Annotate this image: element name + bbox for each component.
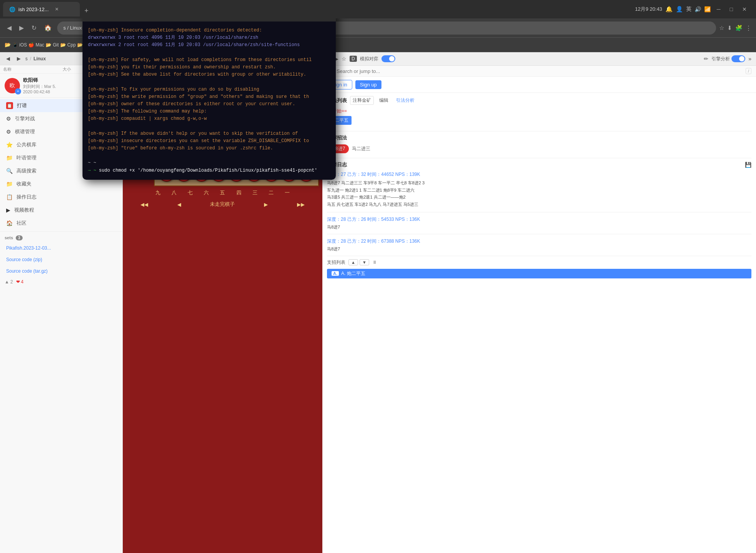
home-button[interactable]: 🏠 [42,23,54,33]
chess-status-text: 未走完棋子 [210,201,235,208]
heart-count: ❤ 4 [16,279,24,285]
col-9: 九 [155,189,160,196]
log-icon: 📋 [6,194,13,200]
menu-icon[interactable]: ⋮ [746,25,751,31]
search-row: 🔍 / [322,66,756,77]
file-stats: ▲ 2 ❤ 4 [0,277,122,287]
divider-1 [327,131,751,131]
branch-pause-icon[interactable]: ⏸ [372,260,377,265]
tray-icon-2[interactable]: 📶 [704,6,711,12]
browser-top-bar: 🌐 ish 2023-12... ✕ + 12月9 20:43 🔔 👤 英 🔊 … [0,0,756,18]
moves-action-edit[interactable]: 编辑 [377,96,391,104]
chess-bottom-nav-left[interactable]: ◀◀ [140,202,148,207]
more-icon[interactable]: » [748,56,751,62]
term-line-3: drwxrwxrwx 2 root root 4096 11月 10 20:03… [88,41,330,49]
user-avatar-icon[interactable]: 👤 [676,6,683,13]
tray-icon-1[interactable]: 🔊 [695,6,701,12]
bookmark-ios[interactable]: 📱 iOS [12,42,27,48]
simulation-toggle[interactable] [381,55,395,62]
nav-label-favorites: 收藏夹 [17,180,31,187]
engine-analysis-toggle[interactable] [731,55,745,62]
log-entry-3-title[interactable]: 深度：28 己方：22 时间：67388 NPS：136K [327,238,751,245]
term-line-14: [oh-my-zsh] "true" before oh-my-zsh is s… [88,145,330,152]
analysis-top-bar: ◀ ▶ ☆ D 模拟对弈 ✏ 引擎分析 [322,52,756,66]
terminal-content[interactable]: [oh-my-zsh] Insecure completion-dependen… [83,22,336,180]
col-5: 五 [220,189,225,196]
log-entry-2-moves: 马8进7 [327,224,751,230]
refresh-button[interactable]: ↻ [29,23,39,33]
chess-bottom-nav-prev[interactable]: ◀ [177,202,181,207]
term-line-13: [oh-my-zsh] insecure directories you can… [88,137,330,145]
analysis-toolbar-left: ◀ ▶ ☆ D 模拟对弈 [327,55,395,62]
star-icon[interactable]: ☆ [342,56,347,62]
term-line-blank-2 [88,78,330,86]
highlighted-move-row: A. A. 炮二平五 [327,269,751,278]
window-controls: ─ □ ✕ [714,5,750,14]
term-line-11: [oh-my-zsh] compaudit | xargs chmod g-w,… [88,115,330,123]
term-line-7: [oh-my-zsh] To fix your permissions you … [88,86,330,93]
fm-path-segment-linux: Linux [33,56,46,61]
sign-up-button[interactable]: Sign up [355,80,381,89]
log-save-icon[interactable]: 💾 [745,162,751,168]
nav-item-community[interactable]: 🏠 社区 [0,217,122,230]
file-source-zip[interactable]: Source code (zip) [0,254,122,265]
bookmark-cpp[interactable]: 📂 Cpp [60,42,76,48]
forward-button[interactable]: ▶ [17,23,26,33]
search-input[interactable] [337,68,743,74]
avatar-plus-icon: + [15,88,21,94]
fm-col-size: 大小 [63,66,86,72]
log-entry-2-title[interactable]: 深度：28 己方：26 时间：54533 NPS：136K [327,216,751,223]
fm-forward-btn[interactable]: ▶ [15,55,23,63]
branch-down-button[interactable]: ▼ [360,259,369,265]
back-button[interactable]: ◀ [5,23,14,33]
file-entries: sets 3 Pikafish.2023-12-03... Source cod… [0,231,122,288]
like-count: ▲ 2 [5,279,13,285]
bookmark-icon[interactable]: ☆ [719,25,724,31]
active-tab[interactable]: 🌐 ish 2023-12... ✕ [3,2,80,17]
download-icon[interactable]: ⬇ [727,25,732,31]
fm-path-sep-1: / [30,56,31,61]
nav-item-log[interactable]: 📋 操作日志 [0,190,122,204]
chess-bottom-nav-next[interactable]: ▶ [264,202,268,207]
extension-icon[interactable]: 🧩 [735,25,743,31]
nav-label-community: 社区 [17,220,26,227]
term-line-blank-4 [88,152,330,159]
minimize-button[interactable]: ─ [714,5,724,14]
chess-bottom-nav-right[interactable]: ▶▶ [297,202,305,207]
nav-item-video[interactable]: ▶ 视频教程 [0,204,122,217]
log-entry-1-title[interactable]: 深度：27 己方：32 时间：44652 NPS：139K [327,171,751,178]
right-analysis-panel: ◀ ▶ ☆ D 模拟对弈 ✏ 引擎分析 [322,52,756,553]
close-button[interactable]: ✕ [739,5,750,14]
notification-icon[interactable]: 🔔 [665,6,673,13]
tab-close-icon[interactable]: ✕ [55,7,59,12]
branch-section: 支招列表 ▲ ▼ ⏸ [327,259,751,266]
divider-2 [327,158,751,158]
term-line-prompt-1: ~ ~ [88,159,330,167]
maximize-button[interactable]: □ [727,5,736,14]
log-entry-3-moves: 马8进7 [327,246,751,252]
lang-icon[interactable]: 英 [686,6,692,13]
search-nav-icon: 🔍 [6,168,13,174]
moves-action-annotate[interactable]: 注释金矿 [350,96,374,105]
edit-icon[interactable]: ✏ [704,56,708,62]
moves-action-analysis[interactable]: 引法分析 [394,96,417,104]
like-icon: ▲ [5,279,9,285]
branch-up-button[interactable]: ▲ [348,259,358,265]
term-arrow-icon: → ~ [88,168,99,173]
auth-row: Sign in Sign up [322,77,756,93]
bookmark-d-icon[interactable]: D [350,56,357,62]
new-tab-button[interactable]: + [81,5,92,17]
bookmark-mac[interactable]: 🍎 Mac [28,42,44,48]
bookmark-git[interactable]: 📂 Git [46,42,59,48]
fm-back-btn[interactable]: ◀ [4,55,12,63]
divider-3 [327,256,751,256]
analysis-tab-toggle[interactable]: 引擎分析 [711,55,745,62]
file-source-tar[interactable]: Source code (tar.gz) [0,265,122,277]
file-pikafish[interactable]: Pikafish.2023-12-03... [0,242,122,254]
branch-arrows: ▲ ▼ [348,259,369,265]
assets-label: sets 3 [0,233,122,242]
term-line-cmd: → ~ sudo chmod +x '/home/ouyangfeng/Down… [88,167,330,174]
tab-label: ish 2023-12... [18,7,49,12]
video-icon: ▶ [6,207,10,213]
lang-mgmt-icon: 📁 [6,155,13,161]
